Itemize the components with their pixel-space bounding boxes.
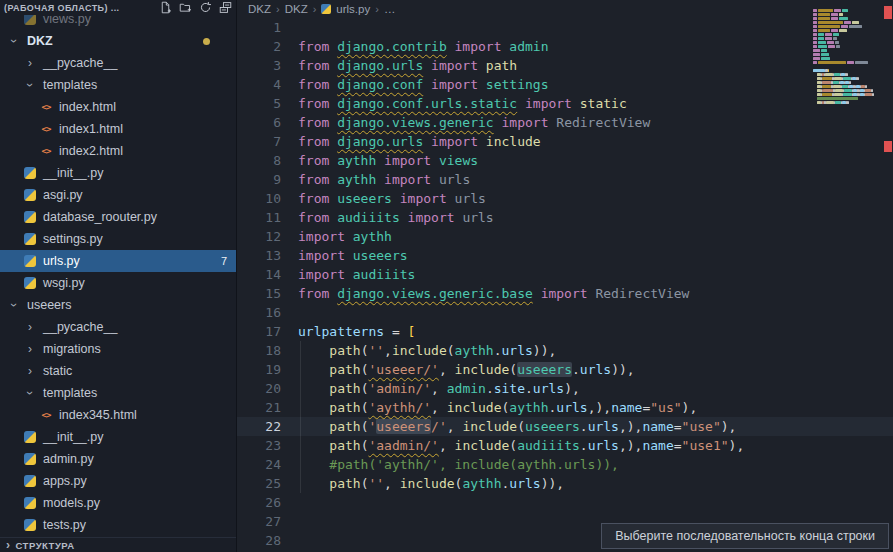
line-number[interactable]: 21: [237, 398, 281, 417]
line-number[interactable]: 16: [237, 303, 281, 322]
line-number[interactable]: 26: [237, 493, 281, 512]
line-number[interactable]: 17: [237, 322, 281, 341]
chevron-down-icon[interactable]: ›: [24, 391, 36, 395]
line-number[interactable]: 8: [237, 151, 281, 170]
chevron-down-icon[interactable]: ›: [8, 303, 20, 307]
line-number[interactable]: 25: [237, 474, 281, 493]
line-number[interactable]: 28: [237, 531, 281, 550]
code-line[interactable]: 8from aythh import views: [237, 151, 893, 170]
line-number[interactable]: 1: [237, 18, 281, 37]
tree-item[interactable]: admin.py: [0, 448, 236, 470]
minimap[interactable]: [813, 4, 879, 116]
tree-item[interactable]: apps.py: [0, 470, 236, 492]
chevron-down-icon[interactable]: ›: [24, 83, 36, 87]
tree-item[interactable]: settings.py: [0, 228, 236, 250]
line-number[interactable]: 5: [237, 94, 281, 113]
code-line[interactable]: 9from aythh import urls: [237, 170, 893, 189]
outline-section-header[interactable]: › СТРУКТУРА: [0, 537, 236, 552]
tree-item[interactable]: ›templates: [0, 74, 236, 96]
line-number[interactable]: 11: [237, 208, 281, 227]
line-number[interactable]: 13: [237, 246, 281, 265]
tree-item[interactable]: ›useeers: [0, 294, 236, 316]
code-line[interactable]: 21 path('aythh/', include(aythh.urls,),n…: [237, 398, 893, 417]
line-number[interactable]: 14: [237, 265, 281, 284]
code-line[interactable]: 10from useeers import urls: [237, 189, 893, 208]
tree-item[interactable]: __init__.py: [0, 162, 236, 184]
explorer-section-header[interactable]: (РАБОЧАЯ ОБЛАСТЬ) ...: [0, 0, 236, 15]
breadcrumb-folder[interactable]: DKZ: [248, 3, 271, 15]
code-line[interactable]: 6from django.views.generic import Redire…: [237, 113, 893, 132]
code-line[interactable]: 19 path('useeer/', include(useeers.urls)…: [237, 360, 893, 379]
chevron-down-icon[interactable]: ›: [8, 39, 20, 43]
line-number[interactable]: 2: [237, 37, 281, 56]
chevron-right-icon[interactable]: ›: [28, 343, 32, 355]
code-line[interactable]: 24 #path('aythh/', include(aythh.urls)),: [237, 455, 893, 474]
breadcrumb-folder[interactable]: DKZ: [285, 3, 308, 15]
editor-pane[interactable]: DKZ › DKZ › urls.py › … 12from django.co…: [237, 0, 893, 552]
line-number[interactable]: 7: [237, 132, 281, 151]
code-line[interactable]: 14import audiiits: [237, 265, 893, 284]
code-line[interactable]: 25 path('', include(aythh.urls)),: [237, 474, 893, 493]
line-number[interactable]: 4: [237, 75, 281, 94]
line-number[interactable]: 9: [237, 170, 281, 189]
line-number[interactable]: 23: [237, 436, 281, 455]
tree-item[interactable]: asgi.py: [0, 184, 236, 206]
code-line[interactable]: 13import useeers: [237, 246, 893, 265]
refresh-icon[interactable]: [199, 1, 212, 14]
overview-ruler-scrollbar[interactable]: [879, 0, 893, 552]
code-area[interactable]: 12from django.contrib import admin3from …: [237, 18, 893, 550]
tree-item[interactable]: <>index.html: [0, 96, 236, 118]
tree-item[interactable]: <>index345.html: [0, 404, 236, 426]
new-file-icon[interactable]: [159, 1, 172, 14]
tree-item[interactable]: ›migrations: [0, 338, 236, 360]
tree-item[interactable]: <>index1.html: [0, 118, 236, 140]
line-number[interactable]: 24: [237, 455, 281, 474]
tree-item[interactable]: ›templates: [0, 382, 236, 404]
code-line[interactable]: 22 path('useeers/', include(useeers.urls…: [237, 417, 893, 436]
breadcrumb-file[interactable]: urls.py: [336, 3, 370, 15]
line-number[interactable]: 19: [237, 360, 281, 379]
line-number[interactable]: 12: [237, 227, 281, 246]
code-line[interactable]: 7from django.urls import include: [237, 132, 893, 151]
code-line[interactable]: 26: [237, 493, 893, 512]
collapse-all-icon[interactable]: [219, 1, 232, 14]
tree-item[interactable]: ›static: [0, 360, 236, 382]
code-line[interactable]: 18 path('',include(aythh.urls)),: [237, 341, 893, 360]
code-line[interactable]: 23 path('aadmin/', include(audiiits.urls…: [237, 436, 893, 455]
tree-item[interactable]: wsgi.py: [0, 272, 236, 294]
code-line[interactable]: 20 path('admin/', admin.site.urls),: [237, 379, 893, 398]
line-number[interactable]: 15: [237, 284, 281, 303]
code-line[interactable]: 12import aythh: [237, 227, 893, 246]
tree-item[interactable]: tests.py: [0, 514, 236, 536]
code-line[interactable]: 5from django.conf.urls.static import sta…: [237, 94, 893, 113]
line-number[interactable]: 3: [237, 56, 281, 75]
code-line[interactable]: 3from django.urls import path: [237, 56, 893, 75]
line-number[interactable]: 27: [237, 512, 281, 531]
code-line[interactable]: 16: [237, 303, 893, 322]
new-folder-icon[interactable]: [179, 1, 192, 14]
chevron-right-icon[interactable]: ›: [28, 321, 32, 333]
tree-item[interactable]: __init__.py: [0, 426, 236, 448]
code-line[interactable]: 15from django.views.generic.base import …: [237, 284, 893, 303]
line-number[interactable]: 22: [237, 417, 281, 436]
code-line[interactable]: 17urlpatterns = [: [237, 322, 893, 341]
line-number[interactable]: 10: [237, 189, 281, 208]
tree-item[interactable]: <>index2.html: [0, 140, 236, 162]
tree-item[interactable]: urls.py7: [0, 250, 236, 272]
line-number[interactable]: 6: [237, 113, 281, 132]
chevron-right-icon[interactable]: ›: [28, 57, 32, 69]
tree-item[interactable]: database_roouter.py: [0, 206, 236, 228]
code-line[interactable]: 4from django.conf import settings: [237, 75, 893, 94]
line-number[interactable]: 18: [237, 341, 281, 360]
chevron-right-icon[interactable]: ›: [28, 365, 32, 377]
html-file-icon: <>: [42, 102, 51, 112]
code-line[interactable]: 2from django.contrib import admin: [237, 37, 893, 56]
tree-item[interactable]: ›__pycache__: [0, 52, 236, 74]
breadcrumb-symbol[interactable]: …: [384, 3, 396, 15]
tree-item[interactable]: ›DKZ: [0, 30, 236, 52]
tree-item[interactable]: models.py: [0, 492, 236, 514]
tree-item[interactable]: ›__pycache__: [0, 316, 236, 338]
code-line[interactable]: 11from audiiits import urls: [237, 208, 893, 227]
line-number[interactable]: 20: [237, 379, 281, 398]
code-line[interactable]: 1: [237, 18, 893, 37]
